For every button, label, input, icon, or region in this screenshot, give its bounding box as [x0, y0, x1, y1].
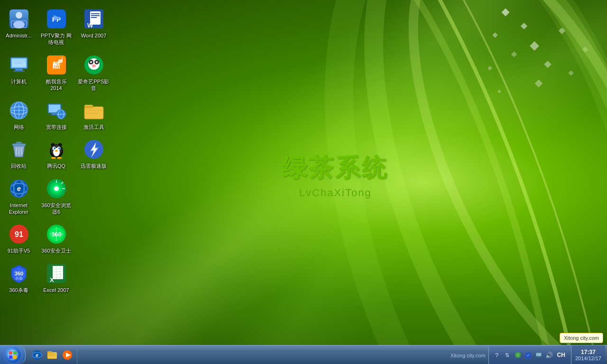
svg-point-14 — [281, 0, 607, 345]
pptv-icon: PP — [45, 8, 68, 30]
administrator-icon — [8, 8, 30, 30]
start-button[interactable] — [0, 346, 26, 364]
icon-row-6: 360 杀毒 360杀毒 — [0, 258, 133, 297]
desktop-icon-broadband[interactable]: 宽带连接 — [38, 96, 74, 133]
desktop-icon-activation[interactable]: 激活工具 — [76, 96, 111, 133]
system-watermark: 绿茶系统 LvChaXiTong — [282, 152, 388, 199]
desktop-icon-xunlei[interactable]: 迅雷极速版 — [76, 135, 111, 172]
systray-network-activity-icon[interactable]: ⇅ — [503, 351, 512, 359]
desktop-icon-iqiyi[interactable]: 爱奇艺PPS影音 — [76, 51, 111, 95]
notification-text: Xitong city.com — [564, 335, 599, 341]
systray-security-icon[interactable]: ✓ — [524, 351, 533, 359]
word2007-label: Word 2007 — [81, 32, 107, 39]
systray-area: ? ⇅ ↑ ✓ — [488, 346, 571, 364]
svg-rect-114 — [9, 351, 12, 355]
iqiyi-icon — [83, 54, 105, 76]
icon-row-0: Administr... PP PPTV聚力 网络电视 — [0, 4, 133, 50]
desktop-icon-pptv[interactable]: PP PPTV聚力 网络电视 — [38, 5, 74, 49]
systray-icon1[interactable]: ↑ — [514, 351, 522, 359]
ie-icon: e — [8, 177, 30, 200]
language-indicator[interactable]: CH — [554, 352, 568, 358]
svg-point-45 — [92, 64, 96, 67]
notification-balloon: Xitong city.com — [560, 333, 603, 343]
quicklaunch-explorer[interactable] — [46, 348, 59, 362]
svg-point-79 — [51, 157, 56, 159]
svg-point-12 — [313, 0, 607, 345]
excel2007-label: Excel 2007 — [43, 287, 69, 293]
svg-text:91: 91 — [15, 230, 23, 238]
computer-label: 计算机 — [11, 78, 27, 85]
systray-monitor-icon[interactable] — [534, 351, 543, 359]
kuwo-icon: 酷 — [45, 54, 68, 76]
clock-area[interactable]: 17:37 2014/12/17 — [571, 346, 605, 364]
svg-text:✓: ✓ — [527, 354, 530, 357]
svg-rect-122 — [47, 351, 52, 353]
recycle-label: 回收站 — [11, 163, 27, 169]
desktop-icon-360security[interactable]: 360 360安全卫士 — [38, 220, 74, 257]
quicklaunch-media[interactable] — [61, 348, 74, 362]
svg-rect-2 — [492, 32, 497, 37]
360security-label: 360安全卫士 — [41, 247, 71, 254]
clock-date: 2014/12/17 — [575, 355, 601, 361]
svg-rect-123 — [48, 354, 56, 355]
svg-point-44 — [96, 61, 98, 63]
svg-rect-131 — [537, 356, 540, 357]
desktop-icon-360browser[interactable]: 360安全浏览器6 — [38, 174, 74, 218]
svg-text:e: e — [17, 185, 21, 192]
desktop-icon-360kill[interactable]: 360 杀毒 360杀毒 — [1, 259, 37, 296]
desktop-icon-word2007[interactable]: W Word 2007 — [76, 5, 111, 42]
clock-time: 17:37 — [581, 349, 596, 355]
svg-rect-38 — [62, 57, 63, 62]
computer-icon — [8, 54, 30, 76]
svg-point-16 — [16, 12, 22, 18]
svg-rect-132 — [536, 353, 541, 356]
desktop-icon-qq[interactable]: 腾讯QQ — [38, 135, 74, 172]
icon-row-2: 网络 宽带连接 — [0, 95, 133, 134]
svg-point-75 — [58, 147, 60, 149]
desktop-icon-91helper[interactable]: 91 91助手V5 — [1, 220, 37, 257]
svg-rect-3 — [530, 41, 539, 51]
desktop-icon-excel2007[interactable]: X Excel 2007 — [38, 259, 74, 296]
quicklaunch-ie[interactable]: e — [30, 348, 44, 362]
systray-help-icon[interactable]: ? — [493, 351, 501, 359]
svg-rect-65 — [16, 142, 22, 144]
svg-point-80 — [57, 157, 62, 159]
qq-label: 腾讯QQ — [47, 163, 65, 169]
network-icon — [8, 99, 30, 122]
broadband-label: 宽带连接 — [46, 124, 67, 130]
svg-point-43 — [90, 61, 92, 63]
desktop-icon-administrator[interactable]: Administr... — [1, 5, 37, 42]
svg-text:360: 360 — [14, 271, 23, 276]
systray-volume-icon[interactable]: 🔊 — [545, 351, 553, 359]
91helper-icon: 91 — [8, 223, 30, 246]
360browser-label: 360安全浏览器6 — [40, 202, 72, 216]
svg-text:X: X — [50, 276, 54, 283]
svg-rect-1 — [521, 23, 527, 29]
ie-label: Internet Explorer — [3, 202, 35, 216]
360security-icon: 360 — [45, 223, 68, 246]
desktop-icon-ie[interactable]: e Internet Explorer — [1, 174, 37, 218]
taskbar: e — [0, 345, 607, 364]
svg-rect-31 — [13, 71, 25, 72]
svg-rect-117 — [13, 355, 17, 359]
svg-rect-116 — [9, 355, 12, 359]
svg-point-76 — [55, 150, 58, 152]
desktop-icon-kuwo[interactable]: 酷 酷我音乐2014 — [38, 51, 74, 95]
icon-row-3: 回收站 — [0, 134, 133, 173]
svg-rect-11 — [497, 90, 501, 93]
desktop-icon-network[interactable]: 网络 — [1, 96, 37, 133]
svg-rect-124 — [48, 355, 54, 356]
svg-text:↑: ↑ — [517, 353, 519, 357]
svg-point-37 — [58, 59, 62, 63]
taskbar-right-area: Xitong city.com ? ⇅ ↑ ✓ — [451, 346, 607, 364]
svg-point-92 — [54, 186, 59, 191]
desktop-icon-recycle[interactable]: 回收站 — [1, 135, 37, 172]
recycle-icon — [8, 138, 30, 161]
svg-rect-8 — [568, 70, 573, 75]
broadband-icon — [45, 99, 68, 122]
svg-line-68 — [21, 147, 22, 155]
icon-row-4: e Internet Explorer — [0, 173, 133, 219]
svg-rect-7 — [559, 27, 565, 34]
desktop-icon-computer[interactable]: 计算机 — [1, 51, 37, 88]
svg-rect-5 — [544, 61, 552, 68]
